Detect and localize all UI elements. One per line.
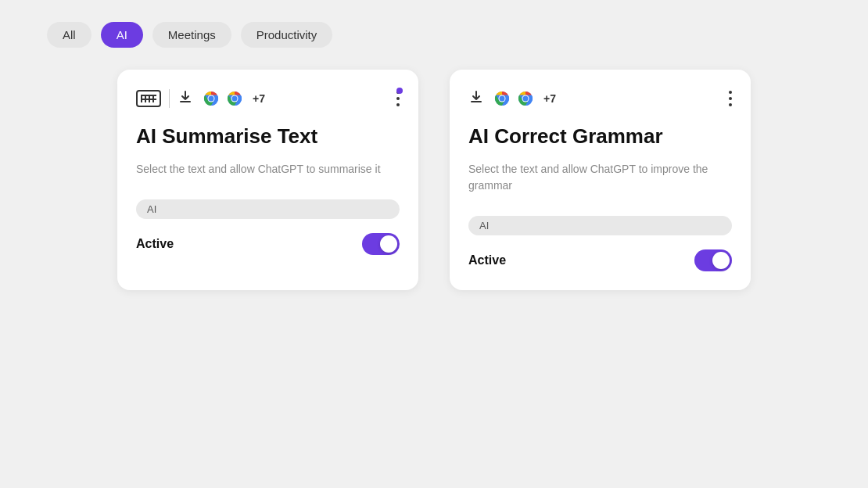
download-icon-2[interactable] xyxy=(468,89,484,109)
cards-container: +7 AI Summarise Text Select the text and… xyxy=(117,70,751,290)
svg-point-7 xyxy=(232,96,238,102)
filter-tab-ai[interactable]: AI xyxy=(101,22,143,48)
toggle-knob-1 xyxy=(380,235,397,253)
svg-point-3 xyxy=(209,96,214,102)
toggle-1[interactable] xyxy=(362,233,400,255)
card-tag-2[interactable]: AI xyxy=(468,216,732,235)
card-desc-1: Select the text and allow ChatGPT to sum… xyxy=(136,161,400,178)
dot-badge-1 xyxy=(396,88,403,94)
chrome-icon-4 xyxy=(515,88,536,109)
plus-count-2: +7 xyxy=(543,92,556,105)
chrome-icon-2 xyxy=(224,88,245,109)
keyboard-icon xyxy=(136,90,161,107)
card-title-1: AI Summarise Text xyxy=(136,124,400,149)
chrome-icon-3 xyxy=(492,88,512,109)
vertical-divider xyxy=(169,89,170,108)
toggle-2[interactable] xyxy=(694,249,732,271)
active-row-1: Active xyxy=(136,233,400,255)
toggle-knob-2 xyxy=(712,252,730,269)
card-ai-summarise: +7 AI Summarise Text Select the text and… xyxy=(117,70,418,290)
card-ai-grammar: +7 AI Correct Grammar Select the text an… xyxy=(450,70,751,290)
svg-point-11 xyxy=(500,96,505,102)
filter-tab-all[interactable]: All xyxy=(47,22,91,48)
filter-bar: All AI Meetings Productivity xyxy=(47,22,332,48)
active-row-2: Active xyxy=(468,249,732,271)
chrome-icon-1 xyxy=(201,88,221,109)
three-dots-menu-2[interactable] xyxy=(729,91,732,106)
card-desc-2: Select the text and allow ChatGPT to imp… xyxy=(468,161,732,194)
active-label-2: Active xyxy=(468,253,506,267)
three-dots-menu-1[interactable] xyxy=(396,91,400,106)
card-header-left-2: +7 xyxy=(468,88,556,109)
plus-count-1: +7 xyxy=(253,92,265,105)
card-header-2: +7 xyxy=(468,88,732,109)
card-header-left-1: +7 xyxy=(136,88,265,109)
svg-point-15 xyxy=(523,96,529,102)
card-title-2: AI Correct Grammar xyxy=(468,124,732,149)
filter-tab-meetings[interactable]: Meetings xyxy=(152,22,231,48)
download-icon[interactable] xyxy=(178,89,193,109)
card-header-1: +7 xyxy=(136,88,400,109)
card-tag-1[interactable]: AI xyxy=(136,199,400,219)
active-label-1: Active xyxy=(136,237,174,251)
filter-tab-productivity[interactable]: Productivity xyxy=(241,22,333,48)
